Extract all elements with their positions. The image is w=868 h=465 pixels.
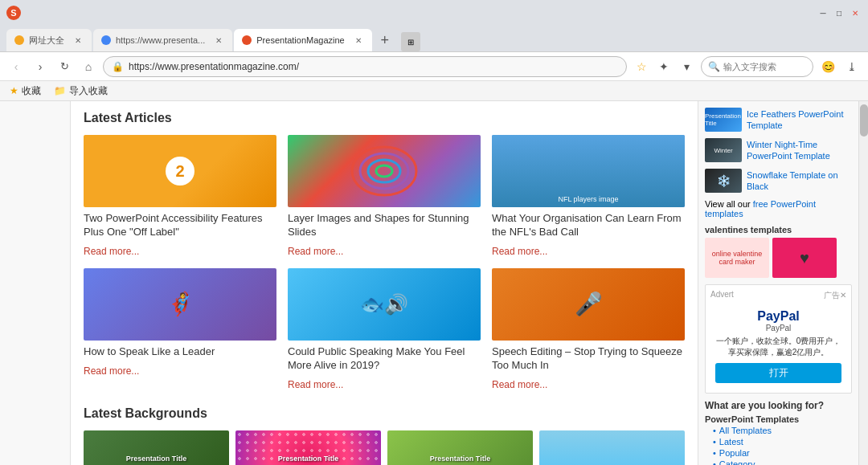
article-img-5: 🐟🔊 bbox=[288, 268, 481, 341]
address-bar-row: ‹ › ↻ ⌂ 🔒 https://www.presentationmagazi… bbox=[0, 51, 868, 80]
left-sidebar bbox=[0, 101, 71, 465]
looking-for-title: What are you looking for? bbox=[705, 400, 852, 411]
template-title-2: Winter Night-Time PowerPoint Template bbox=[747, 139, 852, 162]
valentines-title: valentines templates bbox=[705, 225, 852, 235]
forward-button[interactable]: › bbox=[31, 57, 50, 76]
article-card-3: NFL players image What Your Organisation… bbox=[492, 135, 685, 257]
article-card-5: 🐟🔊 Could Public Speaking Make You Feel M… bbox=[288, 268, 481, 390]
paypal-open-button[interactable]: 打开 bbox=[715, 363, 841, 383]
main-content: Latest Articles 2 Two PowerPoint Accessi… bbox=[71, 101, 698, 465]
paypal-box: PayPal PayPal 一个账户，收款全球。0费用开户，享买家保障，赢逾2亿… bbox=[710, 304, 846, 388]
template-item-2[interactable]: Winter Winter Night-Time PowerPoint Temp… bbox=[705, 138, 852, 162]
tab-overflow[interactable]: ⊞ bbox=[401, 32, 420, 51]
bg-label-1: Presentation Title bbox=[126, 455, 186, 463]
search-bar[interactable]: 🔍 bbox=[701, 56, 813, 77]
scroll-thumb[interactable] bbox=[860, 104, 868, 137]
article-card-2: Layer Images and Shapes for Stunning Sli… bbox=[288, 135, 481, 257]
home-button[interactable]: ⌂ bbox=[79, 57, 98, 76]
link-popular[interactable]: Popular bbox=[713, 448, 852, 458]
article-img-4: 🦸 bbox=[84, 268, 276, 341]
star-icon: ★ bbox=[10, 85, 18, 96]
advert-section: Advert 广告✕ PayPal PayPal 一个账户，收款全球。0费用开户… bbox=[705, 284, 852, 394]
article-card-1: 2 Two PowerPoint Accessibility Features … bbox=[84, 135, 276, 257]
reload-button[interactable]: ↻ bbox=[55, 57, 74, 76]
address-text: https://www.presentationmagazine.com/ bbox=[129, 61, 618, 72]
read-more-4[interactable]: Read more... bbox=[84, 365, 276, 377]
bg-card-2[interactable]: Presentation Title bbox=[235, 430, 381, 465]
paypal-sub: PayPal bbox=[715, 324, 841, 332]
view-all-row: View all our free PowerPoint templates bbox=[705, 199, 852, 218]
star-button[interactable]: ☆ bbox=[632, 57, 651, 76]
tab-presentation-magazine[interactable]: PresentationMagazine ✕ bbox=[234, 29, 371, 51]
template-img-3: ❄️ bbox=[705, 169, 742, 193]
bg-card-4[interactable] bbox=[539, 430, 685, 465]
article-img-1: 2 bbox=[84, 135, 276, 207]
svg-point-2 bbox=[368, 160, 400, 182]
bookmark-button[interactable]: ✦ bbox=[654, 57, 674, 76]
close-tab-3[interactable]: ✕ bbox=[353, 35, 364, 46]
tab-presenta[interactable]: https://www.presenta... ✕ bbox=[93, 29, 232, 51]
template-title-3: Snowflake Template on Black bbox=[747, 169, 852, 193]
bg-card-1[interactable]: Presentation Title bbox=[84, 430, 229, 465]
folder-icon: 📁 bbox=[54, 85, 66, 96]
template-title-1: Ice Feathers PowerPoint Template bbox=[747, 108, 852, 132]
close-tab-1[interactable]: ✕ bbox=[72, 35, 84, 46]
link-all-templates[interactable]: All Templates bbox=[713, 426, 852, 435]
article-card-6: 🎤 Speech Editing – Stop Trying to Squeez… bbox=[492, 268, 685, 390]
read-more-3[interactable]: Read more... bbox=[492, 246, 685, 257]
new-tab-button[interactable]: + bbox=[374, 29, 396, 51]
link-latest[interactable]: Latest bbox=[713, 437, 852, 447]
read-more-5[interactable]: Read more... bbox=[288, 379, 481, 390]
link-category[interactable]: Category bbox=[713, 459, 852, 465]
template-img-2: Winter bbox=[705, 138, 742, 162]
bookmark-import[interactable]: 📁 导入收藏 bbox=[51, 83, 111, 100]
paypal-title: PayPal bbox=[715, 309, 841, 324]
article-title-2: Layer Images and Shapes for Stunning Sli… bbox=[288, 212, 481, 239]
article-img-6: 🎤 bbox=[492, 268, 685, 341]
security-icon: 🔒 bbox=[112, 61, 124, 72]
title-bar: S ─ □ ✕ bbox=[0, 0, 868, 26]
article-title-6: Speech Editing – Stop Trying to Squeeze … bbox=[492, 345, 685, 373]
article-title-3: What Your Organisation Can Learn From th… bbox=[492, 212, 685, 239]
template-item-3[interactable]: ❄️ Snowflake Template on Black bbox=[705, 169, 852, 193]
bookmark-favorites[interactable]: ★ 收藏 bbox=[6, 83, 44, 100]
article-title-5: Could Public Speaking Make You Feel More… bbox=[288, 345, 481, 373]
menu-button[interactable]: ▾ bbox=[677, 57, 696, 76]
valentine-card-2[interactable]: ♥ bbox=[772, 238, 837, 278]
read-more-1[interactable]: Read more... bbox=[84, 246, 276, 257]
bookmarks-bar: ★ 收藏 📁 导入收藏 bbox=[0, 80, 868, 101]
address-bar[interactable]: 🔒 https://www.presentationmagazine.com/ bbox=[103, 56, 627, 77]
tab-wangzhi[interactable]: 网址大全 ✕ bbox=[6, 29, 92, 51]
backgrounds-grid: Presentation Title Presentation Title Pr… bbox=[84, 430, 685, 465]
search-input[interactable] bbox=[723, 62, 796, 71]
articles-grid: 2 Two PowerPoint Accessibility Features … bbox=[84, 135, 685, 390]
article-card-4: 🦸 How to Speak Like a Leader Read more..… bbox=[84, 268, 276, 390]
emoji-button[interactable]: 😊 bbox=[818, 57, 837, 76]
article-title-1: Two PowerPoint Accessibility Features Pl… bbox=[84, 212, 276, 239]
advert-label: Advert 广告✕ bbox=[710, 290, 846, 301]
page-wrapper: Latest Articles 2 Two PowerPoint Accessi… bbox=[0, 101, 868, 465]
restore-button[interactable]: □ bbox=[833, 6, 845, 19]
latest-backgrounds-title: Latest Backgrounds bbox=[84, 406, 685, 421]
article-img-2 bbox=[288, 135, 481, 207]
scroll-track[interactable] bbox=[858, 101, 868, 465]
paypal-desc: 一个账户，收款全球。0费用开户，享买家保障，赢逾2亿用户。 bbox=[715, 336, 841, 358]
download-button[interactable]: ⤓ bbox=[842, 57, 862, 76]
minimize-button[interactable]: ─ bbox=[817, 6, 829, 19]
bg-card-3[interactable]: Presentation Title bbox=[387, 430, 533, 465]
valentine-card-1[interactable]: online valentine card maker bbox=[705, 238, 769, 278]
read-more-6[interactable]: Read more... bbox=[492, 379, 685, 390]
template-item-1[interactable]: Presentation Title Ice Feathers PowerPoi… bbox=[705, 108, 852, 132]
svg-point-3 bbox=[376, 165, 392, 177]
bg-label-3: Presentation Title bbox=[430, 455, 490, 463]
close-tab-2[interactable]: ✕ bbox=[213, 35, 224, 46]
read-more-2[interactable]: Read more... bbox=[288, 246, 481, 257]
powerpoint-templates-title: PowerPoint Templates bbox=[705, 414, 852, 424]
bg-label-2: Presentation Title bbox=[278, 455, 338, 463]
close-window-button[interactable]: ✕ bbox=[849, 6, 862, 19]
latest-articles-title: Latest Articles bbox=[84, 111, 685, 125]
valentines-row: online valentine card maker ♥ bbox=[705, 238, 852, 278]
powerpoint-links-list: All Templates Latest Popular Category bbox=[705, 426, 852, 465]
article-img-3: NFL players image bbox=[492, 135, 685, 207]
back-button[interactable]: ‹ bbox=[6, 57, 26, 76]
